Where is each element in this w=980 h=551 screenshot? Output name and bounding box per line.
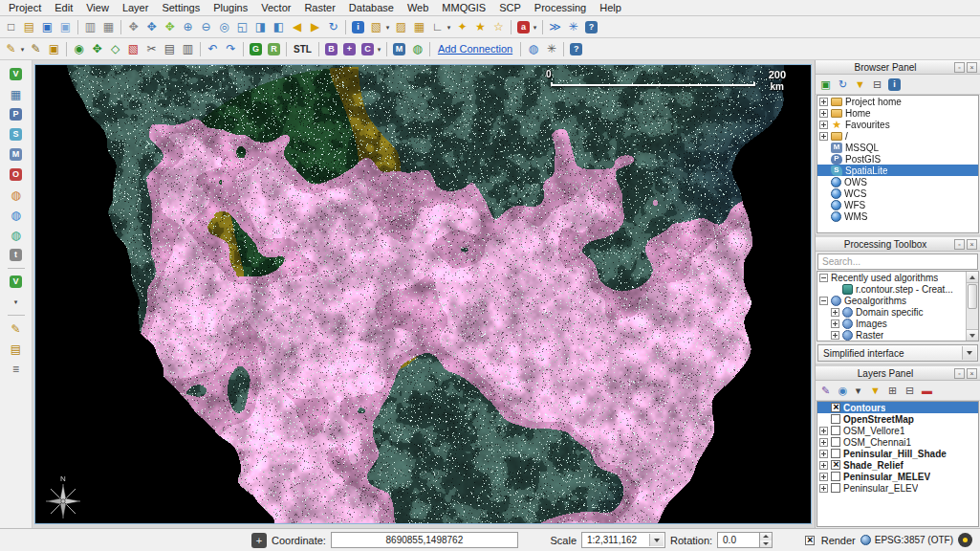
browser-item-item[interactable]: /: [817, 130, 978, 142]
spinner-buttons[interactable]: [759, 533, 772, 547]
processing-item-domain-specific[interactable]: Domain specific: [817, 306, 978, 318]
expander-icon[interactable]: [819, 297, 828, 305]
layer-visibility-checkbox[interactable]: [831, 426, 840, 435]
expander-icon[interactable]: [819, 484, 828, 493]
browser-item-favourites[interactable]: ★Favourites: [817, 119, 978, 130]
browser-item-wcs[interactable]: WCS: [817, 187, 978, 199]
dock-float-button[interactable]: ▫: [954, 62, 965, 73]
form-annotation-icon[interactable]: ▤: [7, 340, 25, 358]
scale-combobox[interactable]: 1:2,311,162: [581, 532, 665, 548]
expander-icon[interactable]: [819, 427, 828, 435]
browser-item-ows[interactable]: OWS: [817, 176, 978, 187]
menu-plugins[interactable]: Plugins: [207, 0, 254, 15]
scroll-up-icon[interactable]: [967, 272, 978, 283]
filter-legend-icon[interactable]: ▼: [867, 383, 883, 399]
menu-layer[interactable]: Layer: [116, 0, 156, 15]
processing-item-raster[interactable]: Raster: [817, 329, 978, 341]
rotation-spinbox[interactable]: 0.0: [717, 532, 773, 548]
new-layer-dropdown-icon[interactable]: ▾: [11, 293, 20, 311]
menu-vector[interactable]: Vector: [254, 0, 297, 15]
browser-item-spatialite[interactable]: SSpatiaLite: [817, 165, 978, 176]
menu-project[interactable]: Project: [2, 0, 48, 15]
expander-icon[interactable]: [819, 450, 828, 458]
dock-close-button[interactable]: ×: [967, 62, 977, 73]
zoom-in-icon[interactable]: ⊕: [179, 18, 197, 36]
save-project-as-icon[interactable]: ▣: [56, 18, 75, 36]
browser-item-mssql[interactable]: MMSSQL: [817, 142, 978, 153]
plugin-settings-icon[interactable]: ✳: [542, 40, 560, 58]
scp-roi-pointer-icon[interactable]: +: [340, 40, 359, 58]
menu-mmqgis[interactable]: MMQGIS: [435, 0, 492, 15]
cut-features-icon[interactable]: ✂: [142, 40, 161, 58]
refresh-map-icon[interactable]: ↻: [324, 18, 342, 36]
add-connection-link[interactable]: Add Connection: [433, 43, 517, 55]
layer-item-contours[interactable]: Contours: [817, 402, 978, 413]
spin-up-icon[interactable]: [760, 533, 772, 540]
save-project-icon[interactable]: ▣: [38, 18, 56, 36]
chevron-down-icon[interactable]: [962, 346, 976, 360]
python-console-icon[interactable]: ≫: [546, 18, 564, 36]
scroll-down-icon[interactable]: [967, 329, 978, 341]
zoom-out-icon[interactable]: ⊖: [197, 18, 215, 36]
plugin-globe-icon[interactable]: ◍: [524, 40, 542, 58]
processing-item-images[interactable]: Images: [817, 318, 978, 329]
chevron-down-icon[interactable]: [649, 534, 664, 546]
stl-export-button[interactable]: STL: [290, 44, 316, 55]
layer-visibility-checkbox[interactable]: [831, 460, 840, 470]
coordinate-input[interactable]: [331, 532, 518, 548]
layer-visibility-checkbox[interactable]: [831, 403, 840, 412]
new-print-composer-icon[interactable]: ▥: [81, 18, 99, 36]
layer-item-osm-vellore1[interactable]: OSM_Vellore1: [817, 425, 978, 436]
toggle-editing-icon[interactable]: ✎: [27, 40, 45, 58]
new-bookmark-icon[interactable]: ★: [471, 18, 490, 36]
labeling-dropdown-icon[interactable]: ▾: [531, 18, 539, 36]
layer-item-shade-relief[interactable]: Shade_Relief: [817, 459, 978, 471]
add-wms-layer-icon[interactable]: ◍: [7, 186, 25, 204]
menu-view[interactable]: View: [79, 0, 116, 15]
browser-item-project-home[interactable]: Project home: [817, 96, 978, 107]
redo-icon[interactable]: ↷: [222, 40, 240, 58]
collapse-all-browser-icon[interactable]: ⊟: [869, 77, 885, 93]
paste-features-icon[interactable]: ▥: [179, 40, 197, 58]
dock-close-button[interactable]: ×: [967, 239, 977, 250]
layer-visibility-checkbox[interactable]: [831, 449, 840, 458]
add-feature-icon[interactable]: ◉: [70, 40, 88, 58]
processing-item-r-contour-step-creat[interactable]: r.contour.step - Creat...: [817, 283, 978, 295]
open-attribute-table-icon[interactable]: ▦: [410, 18, 428, 36]
menu-scp[interactable]: SCP: [492, 0, 528, 15]
add-oracle-layer-icon[interactable]: O: [7, 165, 25, 184]
expander-icon[interactable]: [819, 121, 828, 129]
select-dropdown-icon[interactable]: ▾: [383, 18, 392, 36]
layer-item-peninsular-hill-shade[interactable]: Peninsular_Hill_Shade: [817, 448, 978, 459]
add-spatialite-layer-icon[interactable]: S: [7, 125, 25, 143]
expander-icon[interactable]: [831, 320, 839, 328]
browser-item-wms[interactable]: WMS: [817, 210, 978, 222]
menu-settings[interactable]: Settings: [155, 0, 207, 15]
render-checkbox[interactable]: [805, 536, 815, 545]
scroll-thumb[interactable]: [968, 284, 977, 309]
zoom-to-selection-icon[interactable]: ◨: [251, 18, 270, 36]
add-raster-layer-icon[interactable]: ▦: [7, 85, 25, 103]
menu-processing[interactable]: Processing: [528, 0, 593, 15]
add-wcs-layer-icon[interactable]: ◍: [7, 206, 25, 224]
filter-browser-icon[interactable]: ▼: [852, 77, 868, 93]
refresh-browser-icon[interactable]: ↻: [835, 77, 851, 93]
layer-visibility-checkbox[interactable]: [831, 414, 840, 424]
html-annotation-icon[interactable]: ≡: [7, 360, 25, 378]
manage-map-themes-icon[interactable]: ◉: [835, 383, 851, 399]
touch-zoom-icon[interactable]: ✥: [124, 18, 142, 36]
identify-features-icon[interactable]: i: [349, 18, 367, 36]
layer-visibility-checkbox[interactable]: [831, 483, 840, 493]
dock-float-button[interactable]: ▫: [954, 239, 965, 250]
copy-features-icon[interactable]: ▤: [161, 40, 179, 58]
extent-icon[interactable]: +: [251, 533, 267, 548]
menu-edit[interactable]: Edit: [48, 0, 79, 15]
zoom-last-icon[interactable]: ◀: [288, 18, 306, 36]
node-tool-icon[interactable]: ◇: [106, 40, 124, 58]
pan-map-icon[interactable]: ✥: [142, 18, 161, 36]
add-selected-layers-icon[interactable]: ▣: [817, 77, 834, 93]
open-layer-styling-icon[interactable]: ✎: [817, 383, 834, 399]
dock-close-button[interactable]: ×: [967, 368, 977, 379]
expand-all-layers-icon[interactable]: ⊞: [884, 383, 901, 399]
save-layer-edits-icon[interactable]: ▣: [45, 40, 63, 58]
